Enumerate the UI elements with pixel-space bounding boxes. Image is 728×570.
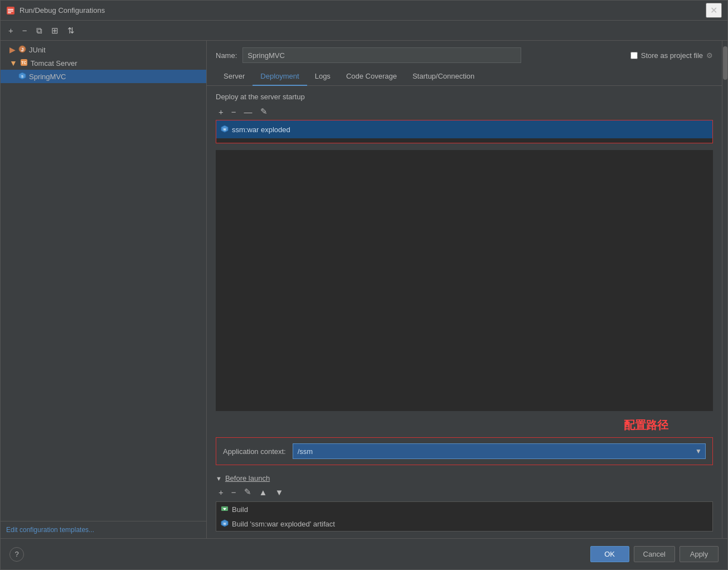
collapse-icon-tomcat: ▼ <box>9 59 17 67</box>
tab-logs[interactable]: Logs <box>307 67 338 86</box>
dialog-title: Run/Debug Configurations <box>20 6 706 15</box>
config-detail-panel: Name: Store as project file ⚙ Server Dep… <box>207 41 722 538</box>
scrollbar-thumb <box>723 46 727 80</box>
add-config-button[interactable]: + <box>5 23 17 37</box>
artifact-item-ssm[interactable]: W ssm:war exploded <box>216 120 712 138</box>
app-context-wrapper: Application context: ▼ <box>216 437 713 465</box>
tab-startup-connection[interactable]: Startup/Connection <box>405 67 482 86</box>
tree-item-junit-label: JUnit <box>29 46 46 54</box>
collapse-icon-junit: ▶ <box>9 45 16 54</box>
tab-code-coverage[interactable]: Code Coverage <box>338 67 405 86</box>
bottom-bar: ? OK Cancel Apply <box>1 538 727 569</box>
svg-rect-3 <box>8 12 11 13</box>
svg-text:S: S <box>21 75 23 78</box>
name-row: Name: Store as project file ⚙ <box>207 41 722 67</box>
config-toolbar: + − ⧉ ⊞ ⇅ <box>1 21 727 41</box>
tree-item-tomcat[interactable]: ▼ TC Tomcat Server <box>1 56 206 70</box>
store-project-row: Store as project file ⚙ <box>630 51 713 60</box>
before-launch-section: ▼ Before launch + − ✎ ▲ ▼ <box>216 474 713 532</box>
before-launch-toolbar: + − ✎ ▲ ▼ <box>216 486 713 498</box>
add-artifact-button[interactable]: + <box>216 106 226 118</box>
cancel-button[interactable]: Cancel <box>634 546 675 562</box>
build-icon <box>221 505 229 514</box>
app-context-input-wrap: ▼ <box>293 443 706 459</box>
bl-add-button[interactable]: + <box>216 486 226 498</box>
artifact-toolbar: + − — ✎ <box>216 105 713 118</box>
dialog-body: ▶ J JUnit ▼ TC <box>1 41 727 538</box>
tomcat-icon: TC <box>20 59 28 68</box>
config-tree: ▶ J JUnit ▼ TC <box>1 41 206 521</box>
app-context-input[interactable] <box>293 444 692 458</box>
before-launch-items: Build W Build 'ssm:war exploded' artifac… <box>216 501 713 532</box>
svg-text:TC: TC <box>21 61 26 65</box>
right-scrollbar[interactable] <box>722 41 727 538</box>
bl-item-build-artifact-label: Build 'ssm:war exploded' artifact <box>232 520 335 528</box>
tabs-bar: Server Deployment Logs Code Coverage Sta… <box>207 67 722 86</box>
titlebar: Run/Debug Configurations ✕ <box>1 1 727 21</box>
svg-text:J: J <box>21 47 23 52</box>
bl-item-build-artifact[interactable]: W Build 'ssm:war exploded' artifact <box>216 516 712 531</box>
remove-artifact-button[interactable]: − <box>229 106 239 118</box>
tab-deployment[interactable]: Deployment <box>253 67 307 86</box>
edit-templates-link[interactable]: Edit configuration templates... <box>6 526 94 534</box>
tree-item-springmvc[interactable]: S SpringMVC <box>1 70 206 83</box>
close-button[interactable]: ✕ <box>706 3 722 18</box>
left-footer: Edit configuration templates... <box>1 521 206 538</box>
config-tree-panel: ▶ J JUnit ▼ TC <box>1 41 207 538</box>
app-context-dropdown-button[interactable]: ▼ <box>692 447 705 455</box>
before-launch-label-text: Before launch <box>225 474 270 482</box>
svg-rect-1 <box>8 9 13 10</box>
svg-text:W: W <box>224 128 226 131</box>
deployment-empty-area <box>216 150 713 411</box>
bl-edit-button[interactable]: ✎ <box>241 486 254 498</box>
edit-artifact-button[interactable]: ✎ <box>258 105 270 118</box>
bl-down-button[interactable]: ▼ <box>272 486 286 498</box>
remove-config-button[interactable]: − <box>19 23 31 37</box>
build-artifact-icon: W <box>221 519 229 529</box>
before-launch-collapse-arrow[interactable]: ▼ <box>216 475 222 482</box>
artifact-list: W ssm:war exploded <box>216 120 712 143</box>
before-launch-header: ▼ Before launch <box>216 474 713 482</box>
bl-item-build-label: Build <box>232 505 248 514</box>
gear-icon[interactable]: ⚙ <box>706 51 713 60</box>
artifact-item-icon: W <box>221 125 229 134</box>
bl-item-build[interactable]: Build <box>216 502 712 516</box>
remove2-artifact-button[interactable]: — <box>241 106 255 118</box>
apply-button[interactable]: Apply <box>680 546 719 562</box>
ok-button[interactable]: OK <box>590 546 629 562</box>
help-button[interactable]: ? <box>9 547 24 562</box>
app-context-label: Application context: <box>223 447 286 456</box>
paste-config-button[interactable]: ⊞ <box>48 23 62 38</box>
deploy-section-label: Deploy at the server startup <box>216 93 713 101</box>
tree-item-tomcat-label: Tomcat Server <box>31 59 77 67</box>
tree-item-springmvc-label: SpringMVC <box>29 73 66 81</box>
tab-server[interactable]: Server <box>216 67 253 86</box>
bl-remove-button[interactable]: − <box>229 486 239 498</box>
store-project-checkbox[interactable] <box>630 52 638 59</box>
sort-config-button[interactable]: ⇅ <box>64 23 78 38</box>
name-label: Name: <box>216 51 237 60</box>
chinese-annotation: 配置路径 <box>624 418 668 433</box>
tree-item-junit[interactable]: ▶ J JUnit <box>1 43 206 56</box>
app-icon <box>6 6 15 15</box>
copy-config-button[interactable]: ⧉ <box>33 23 46 38</box>
before-launch-label: Before launch <box>225 474 270 482</box>
bl-up-button[interactable]: ▲ <box>256 486 270 498</box>
svg-rect-2 <box>8 11 13 12</box>
springmvc-icon: S <box>18 72 26 81</box>
name-input[interactable] <box>242 47 521 63</box>
artifact-list-wrapper: W ssm:war exploded <box>216 120 713 143</box>
svg-text:W: W <box>224 522 226 525</box>
bottom-left: ? <box>9 547 586 562</box>
junit-icon: J <box>18 45 26 55</box>
store-project-label[interactable]: Store as project file <box>641 51 703 60</box>
artifact-item-label: ssm:war exploded <box>232 125 290 134</box>
deployment-tab-content: Deploy at the server startup + − — ✎ <box>207 86 722 538</box>
